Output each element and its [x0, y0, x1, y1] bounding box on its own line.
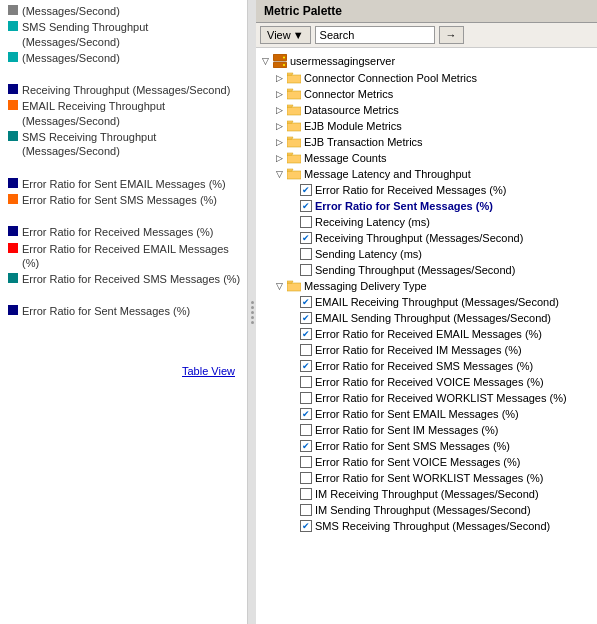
- node-label: Error Ratio for Received IM Messages (%): [315, 344, 522, 356]
- metric-checkbox[interactable]: [300, 488, 312, 500]
- resize-dot: [251, 311, 254, 314]
- tree-node-datasource[interactable]: ▷ Datasource Metrics: [256, 102, 597, 118]
- expand-icon[interactable]: ▽: [272, 279, 286, 293]
- legend-label: SMS Sending Throughput (Messages/Second): [22, 20, 243, 49]
- metric-checkbox[interactable]: ✔: [300, 360, 312, 372]
- node-label: Connector Connection Pool Metrics: [304, 72, 477, 84]
- tree-node-metric[interactable]: ▷ Error Ratio for Sent VOICE Messages (%…: [256, 454, 597, 470]
- metric-checkbox[interactable]: [300, 504, 312, 516]
- expand-icon[interactable]: ▷: [272, 103, 286, 117]
- tree-node-metric[interactable]: ▷ ✔ Error Ratio for Received Messages (%…: [256, 182, 597, 198]
- svg-point-3: [283, 64, 285, 66]
- legend-color: [8, 226, 18, 236]
- tree-node-metric[interactable]: ▷ ✔ EMAIL Receiving Throughput (Messages…: [256, 294, 597, 310]
- tree-node-metric[interactable]: ▷ ✔ Receiving Throughput (Messages/Secon…: [256, 230, 597, 246]
- left-panel: (Messages/Second) SMS Sending Throughput…: [0, 0, 248, 624]
- metric-checkbox[interactable]: [300, 376, 312, 388]
- metric-checkbox[interactable]: ✔: [300, 200, 312, 212]
- expand-icon[interactable]: ▷: [272, 135, 286, 149]
- resize-handle[interactable]: [248, 0, 256, 624]
- tree-node-metric[interactable]: ▷ Error Ratio for Sent IM Messages (%): [256, 422, 597, 438]
- legend-section-2: Receiving Throughput (Messages/Second) E…: [8, 83, 243, 158]
- tree-node-metric[interactable]: ▷ ✔ Error Ratio for Received SMS Message…: [256, 358, 597, 374]
- legend-label: Error Ratio for Sent Messages (%): [22, 304, 190, 318]
- table-view-link[interactable]: Table View: [8, 365, 235, 377]
- node-label: Error Ratio for Received SMS Messages (%…: [315, 360, 533, 372]
- metric-checkbox[interactable]: [300, 344, 312, 356]
- tree-node-metric[interactable]: ▷ ✔ Error Ratio for Sent SMS Messages (%…: [256, 438, 597, 454]
- legend-color: [8, 131, 18, 141]
- expand-icon[interactable]: ▷: [272, 71, 286, 85]
- tree-node-metric[interactable]: ▷ Error Ratio for Received VOICE Message…: [256, 374, 597, 390]
- tree-node-metric[interactable]: ▷ ✔ Error Ratio for Sent EMAIL Messages …: [256, 406, 597, 422]
- metric-checkbox[interactable]: ✔: [300, 440, 312, 452]
- metric-checkbox[interactable]: ✔: [300, 312, 312, 324]
- legend-label: Error Ratio for Received SMS Messages (%…: [22, 272, 240, 286]
- metric-checkbox[interactable]: [300, 424, 312, 436]
- legend-label: Receiving Throughput (Messages/Second): [22, 83, 230, 97]
- tree-node-metric[interactable]: ▷ Receiving Latency (ms): [256, 214, 597, 230]
- tree-node-metric[interactable]: ▷ IM Receiving Throughput (Messages/Seco…: [256, 486, 597, 502]
- node-label: EJB Transaction Metrics: [304, 136, 423, 148]
- metric-checkbox[interactable]: ✔: [300, 520, 312, 532]
- tree-node-metric[interactable]: ▷ ✔ Error Ratio for Received EMAIL Messa…: [256, 326, 597, 342]
- tree-node-msg-delivery[interactable]: ▽ Messaging Delivery Type: [256, 278, 597, 294]
- tree-node-metric[interactable]: ▷ ✔ EMAIL Sending Throughput (Messages/S…: [256, 310, 597, 326]
- metric-checkbox[interactable]: ✔: [300, 296, 312, 308]
- tree-node-ejb-module[interactable]: ▷ EJB Module Metrics: [256, 118, 597, 134]
- metric-checkbox[interactable]: ✔: [300, 184, 312, 196]
- search-input[interactable]: [315, 26, 435, 44]
- server-icon: [272, 53, 288, 69]
- tree-node-ejb-transaction[interactable]: ▷ EJB Transaction Metrics: [256, 134, 597, 150]
- metric-checkbox[interactable]: [300, 456, 312, 468]
- metric-checkbox[interactable]: [300, 248, 312, 260]
- tree-node-root[interactable]: ▽ usermessagingserver: [256, 52, 597, 70]
- root-node-label: usermessagingserver: [290, 55, 395, 67]
- tree-node-message-counts[interactable]: ▷ Message Counts: [256, 150, 597, 166]
- metric-checkbox[interactable]: [300, 216, 312, 228]
- node-label: Error Ratio for Sent VOICE Messages (%): [315, 456, 520, 468]
- search-go-button[interactable]: →: [439, 26, 464, 44]
- legend-section-3: Error Ratio for Sent EMAIL Messages (%) …: [8, 177, 243, 208]
- legend-label: Error Ratio for Received Messages (%): [22, 225, 213, 239]
- folder-icon: [286, 88, 302, 100]
- metric-checkbox[interactable]: ✔: [300, 232, 312, 244]
- metric-palette-panel: Metric Palette View ▼ → ▽ usermessagings…: [256, 0, 597, 624]
- legend-color: [8, 100, 18, 110]
- expand-icon[interactable]: ▽: [258, 54, 272, 68]
- expand-icon[interactable]: ▽: [272, 167, 286, 181]
- metric-checkbox[interactable]: ✔: [300, 328, 312, 340]
- expand-icon[interactable]: ▷: [272, 151, 286, 165]
- tree-node-connector[interactable]: ▷ Connector Metrics: [256, 86, 597, 102]
- expand-icon[interactable]: ▷: [272, 119, 286, 133]
- metric-checkbox[interactable]: ✔: [300, 408, 312, 420]
- tree-node-connector-pool[interactable]: ▷ Connector Connection Pool Metrics: [256, 70, 597, 86]
- tree-node-metric[interactable]: ▷ Error Ratio for Received WORKLIST Mess…: [256, 390, 597, 406]
- tree-node-msg-latency[interactable]: ▽ Message Latency and Throughput: [256, 166, 597, 182]
- metric-checkbox[interactable]: [300, 472, 312, 484]
- expand-icon[interactable]: ▷: [272, 87, 286, 101]
- legend-color: [8, 305, 18, 315]
- node-label: IM Sending Throughput (Messages/Second): [315, 504, 531, 516]
- tree-node-metric[interactable]: ▷ Sending Throughput (Messages/Second): [256, 262, 597, 278]
- node-label: Message Latency and Throughput: [304, 168, 471, 180]
- node-label: Message Counts: [304, 152, 387, 164]
- tree-node-metric[interactable]: ▷ IM Sending Throughput (Messages/Second…: [256, 502, 597, 518]
- view-button[interactable]: View ▼: [260, 26, 311, 44]
- node-label: Sending Latency (ms): [315, 248, 422, 260]
- legend-color: [8, 21, 18, 31]
- tree-node-metric[interactable]: ▷ Error Ratio for Received IM Messages (…: [256, 342, 597, 358]
- metric-checkbox[interactable]: [300, 392, 312, 404]
- tree-node-metric[interactable]: ▷ ✔ SMS Receiving Throughput (Messages/S…: [256, 518, 597, 534]
- legend-color: [8, 5, 18, 15]
- node-label: Error Ratio for Sent IM Messages (%): [315, 424, 498, 436]
- tree-node-metric[interactable]: ▷ Sending Latency (ms): [256, 246, 597, 262]
- node-label: EJB Module Metrics: [304, 120, 402, 132]
- node-label: Receiving Latency (ms): [315, 216, 430, 228]
- tree-node-metric[interactable]: ▷ Error Ratio for Sent WORKLIST Messages…: [256, 470, 597, 486]
- legend-label: Error Ratio for Sent EMAIL Messages (%): [22, 177, 226, 191]
- legend-section-4: Error Ratio for Received Messages (%) Er…: [8, 225, 243, 286]
- metric-checkbox[interactable]: [300, 264, 312, 276]
- folder-icon: [286, 152, 302, 164]
- tree-node-metric[interactable]: ▷ ✔ Error Ratio for Sent Messages (%): [256, 198, 597, 214]
